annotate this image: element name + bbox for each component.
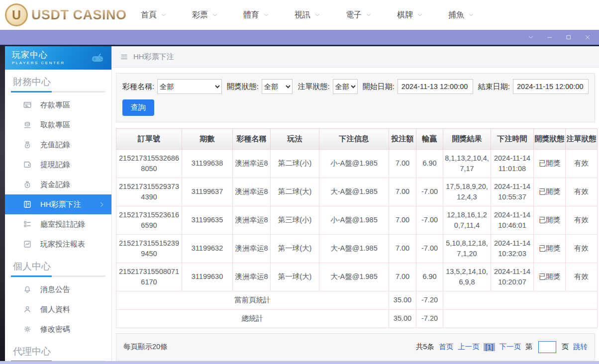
table-cell: -7.00 — [416, 178, 443, 206]
page-jump-input[interactable] — [538, 341, 556, 353]
nav-item-live-video[interactable]: 視訊 — [282, 10, 333, 20]
app-window: U USDT CASINO 首頁彩票體育視訊電子棋牌捕魚 玩家中心 PLAYER… — [0, 0, 599, 364]
pagination-bar: 每頁顯示20條 共5条 首页 上一页 [1] 下一页 第 页 跳转 — [116, 333, 595, 361]
content-row: 玩家中心 PLAYERS CENTER 財務中心存款專區取款專區充值記錄提現記錄… — [0, 45, 599, 361]
prev-page-link[interactable]: 上一页 — [458, 342, 480, 352]
nav-item-label: 電子 — [346, 10, 362, 20]
sidebar: 玩家中心 PLAYERS CENTER 財務中心存款專區取款專區充值記錄提現記錄… — [5, 46, 112, 361]
draw-status-select[interactable]: 全部 — [262, 79, 293, 94]
next-page-link[interactable]: 下一页 — [499, 342, 521, 352]
nav-item-electronic[interactable]: 電子 — [333, 10, 385, 20]
nav-item-lottery[interactable]: 彩票 — [180, 10, 231, 20]
table-row: 215217315532686805031199638澳洲幸运8第二球(小)小-… — [116, 150, 598, 178]
sidebar-item-label: 資金記錄 — [40, 180, 70, 189]
sidebar-item-funds-record[interactable]: 資金記錄 — [5, 175, 111, 194]
table-cell: 2152173155152399450 — [116, 235, 182, 263]
table-cell: 2152173155326868050 — [116, 150, 182, 178]
table-cell: 7.00 — [389, 263, 416, 291]
sidebar-item-profile[interactable]: 個人資料 — [5, 299, 111, 319]
sidebar-item-recharge-record[interactable]: 充值記錄 — [5, 135, 111, 155]
order-status-select[interactable]: 全部 — [333, 79, 358, 94]
table-cell: 31199635 — [182, 206, 233, 235]
table-cell: 2024-11-14 10:32:03 — [491, 235, 534, 263]
sidebar-subtitle: PLAYERS CENTER — [12, 61, 65, 65]
table-body: 215217315532686805031199638澳洲幸运8第二球(小)小-… — [116, 150, 598, 328]
summary-row: 當前頁統計35.00-7.20 — [116, 291, 598, 310]
current-page-indicator[interactable]: [1] — [484, 343, 495, 351]
sidebar-item-label: 玩家投注報表 — [40, 240, 85, 249]
nav-item-label: 捕魚 — [448, 10, 464, 20]
table-cell: 第一球(大) — [271, 263, 319, 291]
chevron-down-icon — [263, 11, 270, 18]
lottery-name-select[interactable]: 全部 — [157, 79, 222, 94]
recharge-record-icon — [23, 140, 32, 149]
logo[interactable]: U USDT CASINO — [0, 3, 120, 26]
table-cell: 2152173155080716170 — [116, 263, 182, 291]
sidebar-item-hh-lottery-bets[interactable]: HH彩票下注 — [5, 194, 111, 214]
window-close-icon[interactable] — [584, 34, 591, 41]
column-header: 注單狀態 — [566, 129, 598, 150]
window-titlebar — [0, 30, 599, 45]
sidebar-item-deposit[interactable]: 存款專區 — [5, 95, 111, 115]
chevron-right-icon — [99, 201, 105, 208]
table-cell: 2024-11-14 10:46:01 — [491, 206, 534, 235]
jump-button[interactable]: 跳转 — [573, 342, 588, 352]
query-button[interactable]: 查詢 — [122, 99, 154, 116]
table-cell: 8,1,13,2,10,4,7,17 — [443, 150, 491, 178]
table-cell: 澳洲幸运8 — [233, 235, 271, 263]
end-date-label: 結束日期: — [478, 82, 510, 91]
section-underline — [11, 275, 105, 277]
table-cell: 第二球(大) — [271, 178, 319, 206]
sidebar-item-label: 取款專區 — [40, 120, 70, 130]
main-nav: 首頁彩票體育視訊電子棋牌捕魚 — [128, 10, 487, 20]
window-minimize-icon[interactable] — [546, 34, 553, 41]
summary-win-loss: -7.20 — [416, 291, 443, 310]
table-cell: 7.00 — [389, 178, 416, 206]
sidebar-item-announcements[interactable]: 消息公告 — [5, 279, 111, 299]
nav-item-fishing[interactable]: 捕魚 — [436, 10, 487, 20]
table-cell: 第三球(小) — [271, 206, 319, 235]
player-bet-report-icon — [23, 240, 32, 249]
summary-label: 總統計 — [116, 310, 389, 328]
sidebar-item-label: HH彩票下注 — [40, 200, 81, 209]
table-cell: 5,10,8,12,18,7,1,20 — [443, 235, 491, 263]
table-cell: -7.00 — [416, 206, 443, 235]
column-header: 投注額 — [389, 129, 416, 150]
sidebar-item-withdraw[interactable]: 取款專區 — [5, 115, 111, 135]
table-cell: 有效 — [566, 206, 598, 235]
summary-row: 總統計35.00-7.20 — [116, 310, 598, 328]
page-size-text: 每頁顯示20條 — [123, 342, 168, 352]
nav-item-label: 體育 — [243, 10, 259, 20]
table-cell: 2024-11-14 10:20:07 — [491, 263, 534, 291]
chevron-down-icon — [314, 11, 321, 18]
end-date-input[interactable] — [513, 79, 589, 94]
start-date-input[interactable] — [398, 79, 473, 94]
nav-item-chess[interactable]: 棋牌 — [385, 10, 436, 20]
nav-item-label: 視訊 — [295, 10, 310, 20]
start-date-label: 開始日期: — [363, 82, 395, 91]
summary-empty-cell — [443, 291, 598, 310]
nav-item-home[interactable]: 首頁 — [128, 10, 180, 20]
summary-empty-cell — [443, 310, 598, 328]
table-cell: 小-A盤@1.985 — [319, 150, 389, 178]
chevron-down-icon — [365, 11, 372, 18]
sidebar-item-player-bet-report[interactable]: 玩家投注報表 — [5, 234, 111, 254]
table-cell: 已開獎 — [534, 206, 566, 235]
table-header-row: 訂單號期數彩種名稱玩法下注信息投注額輸贏開獎結果下注時間開獎狀態注單狀態 — [116, 129, 598, 150]
table-cell: 2024-11-14 10:55:37 — [491, 178, 534, 206]
window-chevron-down-icon[interactable] — [527, 34, 534, 41]
sidebar-item-withdrawal-record[interactable]: 提現記錄 — [5, 155, 111, 175]
table-cell: 6.90 — [416, 150, 443, 178]
sidebar-item-room-bet-record[interactable]: 廳室投註記錄 — [5, 214, 111, 234]
nav-item-sports[interactable]: 體育 — [231, 10, 282, 20]
window-maximize-icon[interactable] — [565, 34, 572, 41]
bets-table: 訂單號期數彩種名稱玩法下注信息投注額輸贏開獎結果下注時間開獎狀態注單狀態 215… — [116, 128, 598, 328]
nav-item-label: 首頁 — [141, 10, 157, 20]
menu-hamburger-icon[interactable] — [120, 53, 128, 61]
sidebar-item-change-password[interactable]: 修改密碼 — [5, 319, 111, 339]
total-count-text: 共5条 — [416, 342, 434, 352]
sidebar-header: 玩家中心 PLAYERS CENTER — [5, 46, 111, 70]
table-cell: 12,18,16,1,20,7,11,4 — [443, 206, 491, 235]
nav-item-label: 棋牌 — [397, 10, 413, 20]
first-page-link[interactable]: 首页 — [439, 342, 453, 352]
